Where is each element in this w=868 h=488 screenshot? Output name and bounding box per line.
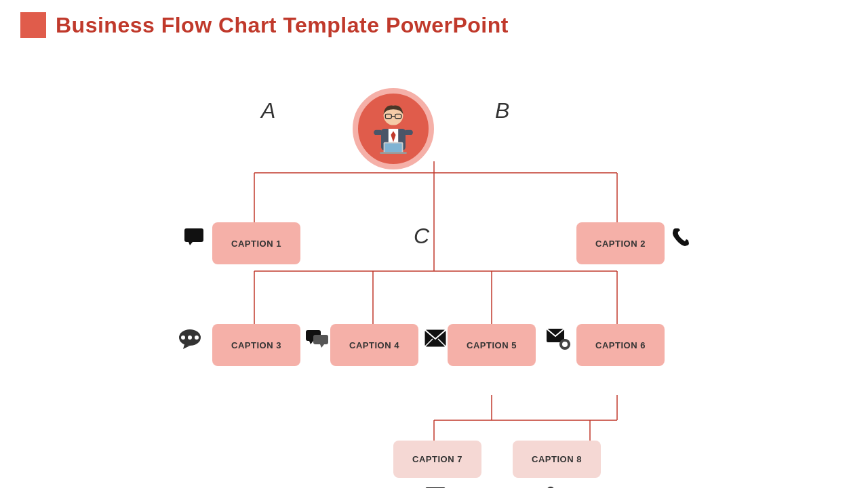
svg-point-32 <box>195 336 199 340</box>
label-b: B <box>495 98 509 123</box>
label-a: A <box>261 98 275 123</box>
svg-rect-19 <box>374 130 382 135</box>
svg-point-43 <box>562 342 568 347</box>
caption-2-box: CAPTION 2 <box>576 222 665 264</box>
svg-rect-20 <box>404 130 413 135</box>
cloud-chat-icon <box>178 328 203 354</box>
page-header: Business Flow Chart Template PowerPoint <box>0 0 868 45</box>
svg-rect-45 <box>564 347 566 350</box>
caption-3-box: CAPTION 3 <box>212 324 300 366</box>
svg-rect-44 <box>564 339 566 342</box>
svg-rect-46 <box>559 344 562 346</box>
svg-marker-28 <box>189 242 193 245</box>
caption-1-box: CAPTION 1 <box>212 222 300 264</box>
svg-marker-37 <box>320 344 324 348</box>
chat-icon <box>183 227 205 251</box>
mail-gear-icon <box>546 328 570 354</box>
header-accent-square <box>20 12 46 38</box>
svg-rect-26 <box>380 152 407 154</box>
connector-lines <box>0 54 868 488</box>
caption-7-box: CAPTION 7 <box>393 441 481 478</box>
svg-point-31 <box>188 336 192 340</box>
chat-bubbles-icon <box>305 329 330 354</box>
caption-6-box: CAPTION 6 <box>576 324 665 366</box>
person-icon <box>363 98 424 159</box>
svg-rect-25 <box>384 144 401 152</box>
svg-point-30 <box>181 336 185 340</box>
caption-8-box: CAPTION 8 <box>513 441 601 478</box>
svg-rect-36 <box>313 335 328 344</box>
page-title: Business Flow Chart Template PowerPoint <box>56 13 509 38</box>
caption-4-box: CAPTION 4 <box>330 324 418 366</box>
svg-marker-35 <box>309 341 313 344</box>
caption-5-box: CAPTION 5 <box>448 324 536 366</box>
label-c: C <box>414 224 429 249</box>
envelope-icon <box>425 329 446 352</box>
svg-rect-27 <box>184 228 203 242</box>
chart-area: A B C CAPTION 1 CAPTION 2 CAPTION 3 CAPT… <box>0 54 868 488</box>
phone-icon <box>671 227 692 253</box>
svg-rect-47 <box>568 344 570 346</box>
person-arrow-icon <box>542 485 567 488</box>
person-avatar <box>353 88 434 169</box>
